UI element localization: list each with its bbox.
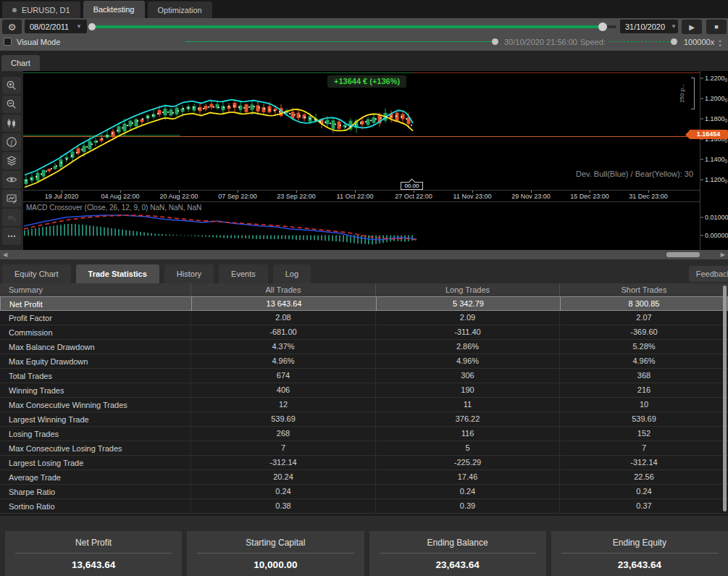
- tab-trade-statistics[interactable]: Trade Statistics: [76, 264, 159, 283]
- chart-horizontal-scrollbar[interactable]: ◀ ▶: [0, 250, 728, 259]
- stop-button[interactable]: ■: [706, 20, 727, 34]
- tab-events[interactable]: Events: [219, 264, 268, 283]
- range-position-handle[interactable]: [598, 22, 607, 31]
- tab-backtesting[interactable]: Backtesting: [83, 1, 145, 18]
- summary-cards-panel: Net Profit 13,643.64 Starting Capital 10…: [0, 516, 728, 576]
- row-value: 116: [375, 427, 559, 441]
- row-value: 4.96%: [375, 354, 559, 368]
- table-row-largest-winning-trade[interactable]: Largest Winning Trade539.69376.22539.69: [0, 412, 728, 427]
- table-row-max-consecutive-losing-trades[interactable]: Max Consecutive Losing Trades757: [0, 441, 728, 456]
- start-date-value: 08/02/2011: [30, 22, 69, 31]
- date-range-slider-rest[interactable]: [607, 25, 616, 28]
- tab-history[interactable]: History: [164, 264, 214, 283]
- chevron-down-icon[interactable]: ▼: [718, 43, 722, 48]
- macd-panel[interactable]: MACD Crossover (Close, 26, 12, 9, 0) NaN…: [23, 201, 700, 249]
- chart-side-toolbar: f m1: [0, 71, 23, 250]
- speed-slider-handle[interactable]: [671, 38, 677, 45]
- tab-equity-chart[interactable]: Equity Chart: [2, 264, 71, 283]
- row-value: 13 643.64: [191, 297, 376, 311]
- row-value: -225.29: [375, 456, 559, 469]
- scrollbar-thumb[interactable]: [666, 252, 700, 257]
- indicators-button[interactable]: f: [2, 133, 21, 151]
- time-tick-label: 29 Nov 23:00: [511, 193, 551, 200]
- table-row-sortino-ratio[interactable]: Sortino Ratio0.380.390.37: [0, 499, 728, 514]
- table-row-average-trade[interactable]: Average Trade20.2417.4622.56: [0, 470, 728, 485]
- card-title: Ending Equity: [551, 531, 728, 548]
- table-row-commission[interactable]: Commission-681.00-311.40-369.60: [0, 325, 728, 340]
- chart-settings-button[interactable]: [2, 190, 21, 207]
- row-value: 190: [375, 383, 559, 397]
- table-row-max-equity-drawdown[interactable]: Max Equity Drawdown4.96%4.96%4.96%: [0, 354, 728, 369]
- visibility-button[interactable]: [2, 171, 21, 188]
- more-options-button[interactable]: [2, 228, 21, 245]
- row-value: 5 342.79: [376, 297, 560, 311]
- row-label: Sharpe Ratio: [0, 488, 191, 496]
- row-value: 674: [191, 369, 375, 383]
- price-tick-label: 1.12000: [705, 176, 727, 184]
- playback-progress-line[interactable]: [185, 41, 493, 42]
- time-tick-label: 19 Jul 2020: [45, 193, 79, 200]
- card-value: 23,643.64: [551, 554, 728, 570]
- range-start-handle[interactable]: [88, 23, 96, 30]
- feedback-button[interactable]: Feedback: [689, 266, 728, 282]
- time-axis[interactable]: 19 Jul 202004 Aug 22:0020 Aug 22:0007 Se…: [23, 190, 700, 201]
- svg-text:m: m: [8, 214, 14, 221]
- macd-tick-mark: [700, 235, 703, 236]
- tab-log[interactable]: Log: [273, 264, 311, 283]
- chart-type-button[interactable]: [2, 114, 21, 132]
- price-axis[interactable]: 1.220001.200001.180001.160001.140001.120…: [700, 71, 728, 250]
- row-value: -311.40: [375, 325, 559, 339]
- row-value: -312.14: [191, 456, 375, 469]
- visual-mode-checkbox[interactable]: [4, 38, 12, 46]
- date-range-slider-track[interactable]: [91, 25, 606, 28]
- tab-instrument[interactable]: EURUSD, D1: [2, 1, 80, 18]
- end-date-value: 31/10/2020: [625, 22, 665, 31]
- table-row-largest-losing-trade[interactable]: Largest Losing Trade-312.14-225.29-312.1…: [0, 456, 728, 470]
- speed-label: Speed:: [580, 38, 606, 46]
- scroll-left-icon[interactable]: ◀: [3, 251, 7, 258]
- profit-loss-badge: +13644 € (+136%): [327, 75, 406, 88]
- zoom-out-button[interactable]: [2, 96, 21, 113]
- table-row-max-consecutive-winning-trades[interactable]: Max Consecutive Winning Trades121110: [0, 398, 728, 412]
- settings-button[interactable]: ⚙: [2, 20, 22, 34]
- row-value: 5.28%: [559, 340, 728, 354]
- visual-mode-label: Visual Mode: [17, 38, 60, 46]
- card-ending-equity: Ending Equity 23,643.64: [551, 531, 728, 576]
- time-tick-label: 11 Oct 22:00: [337, 193, 374, 200]
- playback-progress-handle[interactable]: [492, 38, 498, 45]
- eye-icon: [6, 174, 17, 185]
- card-value: 23,643.64: [369, 554, 546, 570]
- table-row-sharpe-ratio[interactable]: Sharpe Ratio0.240.240.24: [0, 485, 728, 499]
- tab-optimization[interactable]: Optimization: [148, 1, 212, 18]
- objects-button[interactable]: [2, 152, 21, 170]
- tab-chart[interactable]: Chart: [1, 55, 40, 71]
- table-row-max-balance-drawdown[interactable]: Max Balance Drawdown4.37%2.86%5.28%: [0, 340, 728, 354]
- zoom-in-button[interactable]: [2, 77, 21, 94]
- table-vertical-scrollbar[interactable]: [723, 285, 727, 512]
- zoom-in-icon: [6, 80, 17, 91]
- time-tick-label: 04 Aug 22:00: [101, 193, 139, 200]
- backtesting-toolbar: ⚙ 08/02/2011▼ 31/10/2020▼ ▶ ■ Visual Mod…: [0, 18, 728, 51]
- table-row-total-trades[interactable]: Total Trades674306368: [0, 369, 728, 383]
- speed-stepper[interactable]: ▲▼: [718, 38, 722, 48]
- row-value: 306: [375, 369, 559, 383]
- table-row-net-profit[interactable]: Net Profit13 643.645 342.798 300.85: [0, 296, 728, 311]
- timeframe-m1-button[interactable]: m1: [2, 209, 21, 226]
- table-row-profit-factor[interactable]: Profit Factor2.082.092.07: [0, 311, 728, 325]
- speed-slider-track[interactable]: [608, 41, 672, 42]
- card-net-profit: Net Profit 13,643.64: [5, 531, 182, 576]
- play-button[interactable]: ▶: [682, 20, 702, 34]
- scroll-right-icon[interactable]: ▶: [721, 251, 725, 258]
- time-tick-label: 11 Nov 23:00: [453, 193, 492, 200]
- table-row-losing-trades[interactable]: Losing Trades268116152: [0, 427, 728, 441]
- price-tick-label: 1.22000: [705, 75, 727, 83]
- playback-position-marker: 00:00: [401, 182, 423, 190]
- price-tick-label: 1.18000: [705, 115, 727, 123]
- row-value: 406: [191, 383, 375, 397]
- row-label: Max Consecutive Losing Trades: [0, 444, 191, 453]
- end-date-select[interactable]: 31/10/2020▼: [620, 20, 678, 33]
- row-value: -369.60: [559, 325, 728, 339]
- chevron-up-icon[interactable]: ▲: [718, 38, 722, 43]
- start-date-select[interactable]: 08/02/2011▼: [25, 20, 87, 33]
- table-row-winning-trades[interactable]: Winning Trades406190216: [0, 383, 728, 398]
